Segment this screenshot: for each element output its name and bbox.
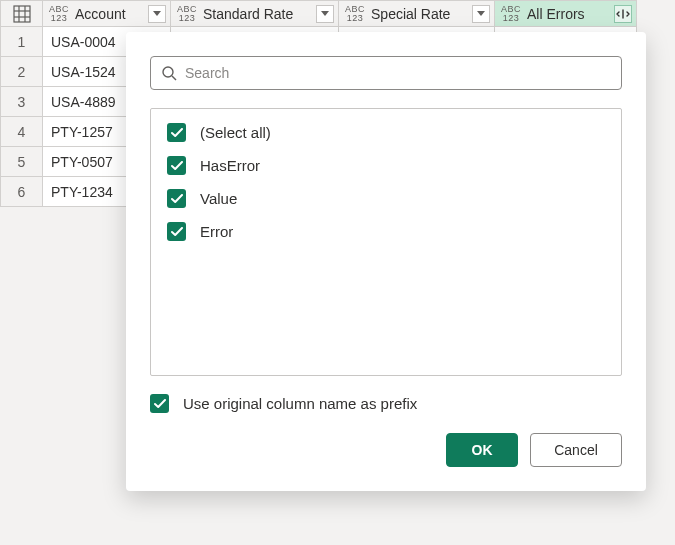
checkbox-checked-icon	[167, 222, 186, 241]
checkbox-checked-icon	[150, 394, 169, 413]
expand-column-popup: (Select all) HasError Value Error Use or…	[126, 32, 646, 491]
column-label: Standard Rate	[203, 6, 316, 22]
row-number: 4	[1, 117, 43, 147]
column-header-standard-rate[interactable]: ABC123 Standard Rate	[171, 1, 338, 26]
row-number: 2	[1, 57, 43, 87]
filter-button-special-rate[interactable]	[472, 5, 490, 23]
expand-icon	[616, 8, 630, 20]
column-label: Account	[75, 6, 148, 22]
row-number: 6	[1, 177, 43, 207]
cancel-button[interactable]: Cancel	[530, 433, 622, 467]
option-label: HasError	[200, 157, 260, 174]
row-number: 3	[1, 87, 43, 117]
expand-button-all-errors[interactable]	[614, 5, 632, 23]
column-label: Special Rate	[371, 6, 472, 22]
filter-button-standard-rate[interactable]	[316, 5, 334, 23]
any-type-icon: ABC123	[345, 5, 365, 23]
ok-button[interactable]: OK	[446, 433, 518, 467]
use-prefix-checkbox[interactable]: Use original column name as prefix	[150, 394, 622, 413]
option-label: Error	[200, 223, 233, 240]
column-label: All Errors	[527, 6, 614, 22]
checkbox-checked-icon	[167, 123, 186, 142]
checkbox-checked-icon	[167, 189, 186, 208]
row-number: 1	[1, 27, 43, 57]
filter-button-account[interactable]	[148, 5, 166, 23]
select-all-cell[interactable]	[1, 1, 43, 27]
search-input[interactable]	[185, 65, 611, 81]
option-error[interactable]: Error	[167, 222, 605, 241]
any-type-icon: ABC123	[49, 5, 69, 23]
search-input-wrapper[interactable]	[150, 56, 622, 90]
option-value[interactable]: Value	[167, 189, 605, 208]
column-header-all-errors[interactable]: ABC123 All Errors	[495, 1, 636, 26]
svg-rect-0	[14, 6, 30, 22]
chevron-down-icon	[153, 11, 161, 16]
dialog-buttons: OK Cancel	[150, 433, 622, 467]
chevron-down-icon	[321, 11, 329, 16]
row-number: 5	[1, 147, 43, 177]
option-select-all[interactable]: (Select all)	[167, 123, 605, 142]
chevron-down-icon	[477, 11, 485, 16]
options-list-pane: (Select all) HasError Value Error	[150, 108, 622, 376]
use-prefix-label: Use original column name as prefix	[183, 395, 417, 412]
option-has-error[interactable]: HasError	[167, 156, 605, 175]
column-header-special-rate[interactable]: ABC123 Special Rate	[339, 1, 494, 26]
svg-point-6	[163, 67, 173, 77]
column-header-account[interactable]: ABC123 Account	[43, 1, 170, 26]
svg-line-7	[172, 76, 176, 80]
any-type-icon: ABC123	[177, 5, 197, 23]
option-label: Value	[200, 190, 237, 207]
any-type-icon: ABC123	[501, 5, 521, 23]
table-icon	[13, 5, 31, 23]
option-label: (Select all)	[200, 124, 271, 141]
search-icon	[161, 65, 177, 81]
checkbox-checked-icon	[167, 156, 186, 175]
